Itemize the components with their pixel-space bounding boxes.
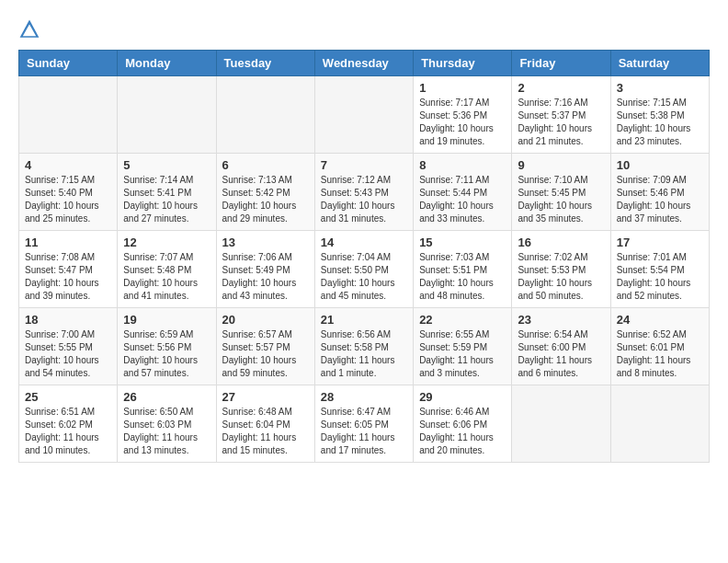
day-info: Sunrise: 6:48 AMSunset: 6:04 PMDaylight:… [222, 406, 309, 457]
calendar-cell: 27Sunrise: 6:48 AMSunset: 6:04 PMDayligh… [216, 385, 314, 463]
calendar-cell: 23Sunrise: 6:54 AMSunset: 6:00 PMDayligh… [512, 308, 610, 385]
calendar-week-5: 25Sunrise: 6:51 AMSunset: 6:02 PMDayligh… [19, 385, 710, 463]
calendar-cell: 14Sunrise: 7:04 AMSunset: 5:50 PMDayligh… [314, 231, 413, 308]
day-number: 15 [419, 236, 506, 249]
day-info: Sunrise: 6:55 AMSunset: 5:59 PMDaylight:… [419, 328, 506, 380]
calendar-header-row: SundayMondayTuesdayWednesdayThursdayFrid… [19, 51, 710, 76]
calendar-cell: 1Sunrise: 7:17 AMSunset: 5:36 PMDaylight… [414, 76, 512, 154]
day-number: 1 [419, 81, 506, 95]
day-number: 2 [518, 81, 604, 95]
header-thursday: Thursday [414, 51, 512, 76]
day-info: Sunrise: 7:06 AMSunset: 5:49 PMDaylight:… [222, 251, 309, 303]
calendar-week-4: 18Sunrise: 7:00 AMSunset: 5:55 PMDayligh… [19, 308, 710, 385]
day-info: Sunrise: 6:52 AMSunset: 6:01 PMDaylight:… [617, 328, 703, 380]
calendar-cell: 13Sunrise: 7:06 AMSunset: 5:49 PMDayligh… [216, 231, 314, 308]
day-info: Sunrise: 7:15 AMSunset: 5:40 PMDaylight:… [25, 174, 111, 225]
calendar-cell: 21Sunrise: 6:56 AMSunset: 5:58 PMDayligh… [314, 308, 413, 385]
day-info: Sunrise: 6:50 AMSunset: 6:03 PMDaylight:… [123, 406, 210, 457]
day-info: Sunrise: 7:09 AMSunset: 5:46 PMDaylight:… [617, 174, 703, 225]
day-info: Sunrise: 6:51 AMSunset: 6:02 PMDaylight:… [25, 406, 111, 457]
day-number: 24 [617, 313, 703, 327]
calendar-cell: 28Sunrise: 6:47 AMSunset: 6:05 PMDayligh… [314, 385, 413, 463]
day-number: 9 [518, 158, 604, 172]
calendar-cell [19, 76, 118, 154]
day-info: Sunrise: 7:12 AMSunset: 5:43 PMDaylight:… [321, 174, 407, 225]
calendar-cell: 7Sunrise: 7:12 AMSunset: 5:43 PMDaylight… [314, 154, 413, 231]
calendar-cell [216, 76, 314, 154]
calendar-cell: 4Sunrise: 7:15 AMSunset: 5:40 PMDaylight… [19, 154, 118, 231]
calendar-cell: 10Sunrise: 7:09 AMSunset: 5:46 PMDayligh… [610, 154, 709, 231]
day-info: Sunrise: 7:02 AMSunset: 5:53 PMDaylight:… [518, 251, 604, 303]
day-number: 12 [123, 236, 210, 249]
calendar-cell: 29Sunrise: 6:46 AMSunset: 6:06 PMDayligh… [414, 385, 512, 463]
calendar-cell [512, 385, 610, 463]
day-number: 21 [321, 313, 407, 327]
day-number: 17 [617, 236, 703, 249]
day-number: 6 [222, 158, 309, 172]
day-info: Sunrise: 7:07 AMSunset: 5:48 PMDaylight:… [123, 251, 210, 303]
calendar-cell: 12Sunrise: 7:07 AMSunset: 5:48 PMDayligh… [118, 231, 216, 308]
calendar-cell: 26Sunrise: 6:50 AMSunset: 6:03 PMDayligh… [118, 385, 216, 463]
day-info: Sunrise: 7:08 AMSunset: 5:47 PMDaylight:… [25, 251, 111, 303]
day-number: 23 [518, 313, 604, 327]
day-number: 16 [518, 236, 604, 249]
day-info: Sunrise: 6:54 AMSunset: 6:00 PMDaylight:… [518, 328, 604, 380]
calendar-cell: 19Sunrise: 6:59 AMSunset: 5:56 PMDayligh… [118, 308, 216, 385]
calendar-cell: 25Sunrise: 6:51 AMSunset: 6:02 PMDayligh… [19, 385, 118, 463]
calendar-cell [610, 385, 709, 463]
day-info: Sunrise: 7:10 AMSunset: 5:45 PMDaylight:… [518, 174, 604, 225]
calendar-cell: 8Sunrise: 7:11 AMSunset: 5:44 PMDaylight… [414, 154, 512, 231]
calendar-cell: 18Sunrise: 7:00 AMSunset: 5:55 PMDayligh… [19, 308, 118, 385]
calendar-cell: 15Sunrise: 7:03 AMSunset: 5:51 PMDayligh… [414, 231, 512, 308]
day-number: 28 [321, 390, 407, 404]
day-number: 14 [321, 236, 407, 249]
header-monday: Monday [118, 51, 216, 76]
header-saturday: Saturday [610, 51, 709, 76]
day-number: 18 [25, 313, 111, 327]
calendar-cell: 9Sunrise: 7:10 AMSunset: 5:45 PMDaylight… [512, 154, 610, 231]
day-number: 7 [321, 158, 407, 172]
day-number: 25 [25, 390, 111, 404]
calendar-cell [314, 76, 413, 154]
calendar-cell: 22Sunrise: 6:55 AMSunset: 5:59 PMDayligh… [414, 308, 512, 385]
day-number: 4 [25, 158, 111, 172]
day-info: Sunrise: 6:46 AMSunset: 6:06 PMDaylight:… [419, 406, 506, 457]
calendar-cell: 5Sunrise: 7:14 AMSunset: 5:41 PMDaylight… [118, 154, 216, 231]
day-number: 8 [419, 158, 506, 172]
calendar-cell: 11Sunrise: 7:08 AMSunset: 5:47 PMDayligh… [19, 231, 118, 308]
day-info: Sunrise: 6:57 AMSunset: 5:57 PMDaylight:… [222, 328, 309, 380]
day-number: 20 [222, 313, 309, 327]
day-info: Sunrise: 7:03 AMSunset: 5:51 PMDaylight:… [419, 251, 506, 303]
day-info: Sunrise: 7:01 AMSunset: 5:54 PMDaylight:… [617, 251, 703, 303]
calendar-week-1: 1Sunrise: 7:17 AMSunset: 5:36 PMDaylight… [19, 76, 710, 154]
calendar-cell [118, 76, 216, 154]
day-info: Sunrise: 7:16 AMSunset: 5:37 PMDaylight:… [518, 97, 604, 148]
header-wednesday: Wednesday [314, 51, 413, 76]
day-info: Sunrise: 7:14 AMSunset: 5:41 PMDaylight:… [123, 174, 210, 225]
logo [18, 18, 44, 40]
header [18, 18, 710, 40]
calendar-cell: 24Sunrise: 6:52 AMSunset: 6:01 PMDayligh… [610, 308, 709, 385]
header-sunday: Sunday [19, 51, 118, 76]
day-number: 29 [419, 390, 506, 404]
day-number: 27 [222, 390, 309, 404]
day-info: Sunrise: 7:04 AMSunset: 5:50 PMDaylight:… [321, 251, 407, 303]
calendar-table: SundayMondayTuesdayWednesdayThursdayFrid… [18, 50, 710, 463]
day-number: 5 [123, 158, 210, 172]
day-number: 11 [25, 236, 111, 249]
day-number: 13 [222, 236, 309, 249]
day-number: 22 [419, 313, 506, 327]
day-info: Sunrise: 7:15 AMSunset: 5:38 PMDaylight:… [617, 97, 703, 148]
day-info: Sunrise: 7:00 AMSunset: 5:55 PMDaylight:… [25, 328, 111, 380]
day-info: Sunrise: 7:11 AMSunset: 5:44 PMDaylight:… [419, 174, 506, 225]
header-tuesday: Tuesday [216, 51, 314, 76]
calendar-cell: 20Sunrise: 6:57 AMSunset: 5:57 PMDayligh… [216, 308, 314, 385]
calendar-week-3: 11Sunrise: 7:08 AMSunset: 5:47 PMDayligh… [19, 231, 710, 308]
header-friday: Friday [512, 51, 610, 76]
day-info: Sunrise: 6:59 AMSunset: 5:56 PMDaylight:… [123, 328, 210, 380]
day-info: Sunrise: 6:56 AMSunset: 5:58 PMDaylight:… [321, 328, 407, 380]
day-number: 19 [123, 313, 210, 327]
day-number: 10 [617, 158, 703, 172]
day-info: Sunrise: 6:47 AMSunset: 6:05 PMDaylight:… [321, 406, 407, 457]
calendar-cell: 3Sunrise: 7:15 AMSunset: 5:38 PMDaylight… [610, 76, 709, 154]
